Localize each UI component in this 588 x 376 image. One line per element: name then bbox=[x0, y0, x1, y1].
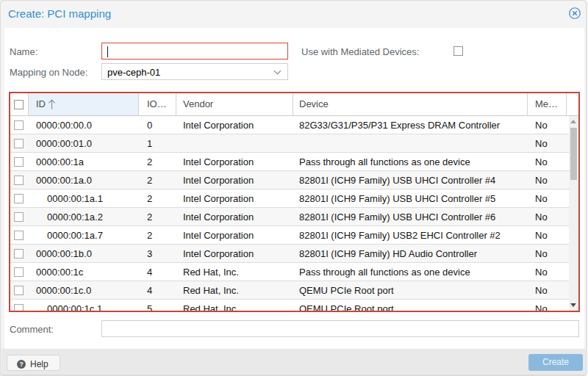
svg-text:?: ? bbox=[19, 361, 23, 368]
